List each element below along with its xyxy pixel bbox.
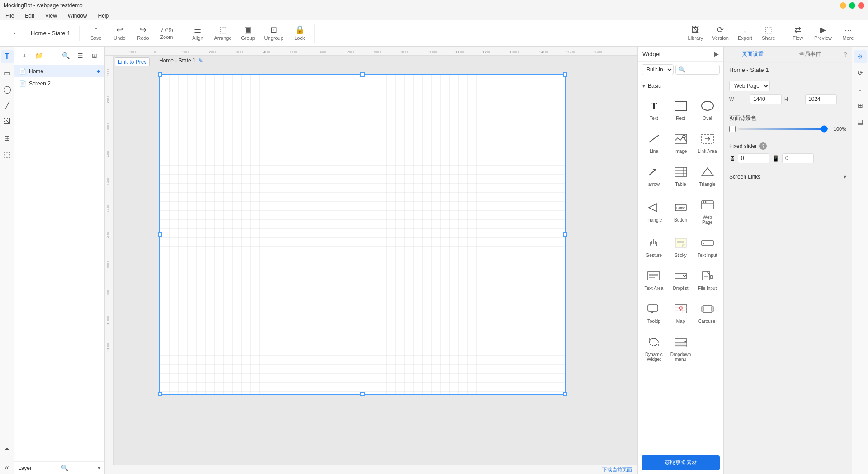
more-button[interactable]: ⋯ More xyxy=(837,24,859,43)
frame-handle-ml[interactable] xyxy=(158,232,162,237)
widget-rect[interactable]: Rect xyxy=(668,94,693,125)
add-page-button[interactable]: + xyxy=(18,49,31,62)
frame-handle-bc[interactable] xyxy=(360,392,365,396)
frame-handle-tl[interactable] xyxy=(158,72,162,77)
height-input[interactable] xyxy=(805,94,837,104)
page-state-edit-icon[interactable]: ✎ xyxy=(198,57,203,64)
preview-button[interactable]: ▶ Preview xyxy=(811,24,835,43)
tool-text[interactable]: T xyxy=(1,50,14,63)
tool-component[interactable]: ⊞ xyxy=(1,132,14,144)
share-button[interactable]: ⬚ Share xyxy=(758,24,779,43)
menu-file[interactable]: File xyxy=(4,12,16,20)
menu-edit[interactable]: Edit xyxy=(23,12,36,20)
widget-image[interactable]: Image xyxy=(668,127,693,158)
page-item-home[interactable]: 📄 Home xyxy=(14,65,104,77)
canvas-frame[interactable] xyxy=(159,74,566,395)
screen-links-section[interactable]: Screen Links ▾ xyxy=(724,170,852,184)
back-button[interactable]: ← xyxy=(9,26,24,41)
flow-button[interactable]: ⇄ Flow xyxy=(787,24,809,43)
widget-triangle2[interactable]: Triangle xyxy=(642,193,666,229)
widget-map[interactable]: Map xyxy=(668,297,693,328)
frame-handle-mr[interactable] xyxy=(563,232,567,237)
widget-table[interactable]: Table xyxy=(668,160,693,191)
widget-oval[interactable]: Oval xyxy=(695,94,720,125)
width-input[interactable] xyxy=(750,94,782,104)
group-button[interactable]: ▣ Group xyxy=(237,24,259,43)
view-toggle-list[interactable]: ☰ xyxy=(74,49,86,62)
arrange-button[interactable]: ⬚ Arrange xyxy=(210,24,235,43)
widget-line[interactable]: Line xyxy=(642,127,666,158)
widget-link-area[interactable]: Link Area xyxy=(695,127,720,158)
widget-triangle[interactable]: Triangle xyxy=(695,160,720,191)
widget-textarea[interactable]: Text Area xyxy=(642,264,666,295)
menu-view[interactable]: View xyxy=(43,12,59,20)
tool-shape[interactable]: ▭ xyxy=(1,66,14,79)
basic-section-header[interactable]: ▼ Basic xyxy=(640,80,722,92)
widget-gesture[interactable]: Gesture xyxy=(642,231,666,262)
fixed-x-input[interactable] xyxy=(738,153,769,163)
tool-trash[interactable]: 🗑 xyxy=(1,445,14,458)
help-icon[interactable]: ? xyxy=(839,47,852,62)
right-icon-export[interactable]: ↓ xyxy=(854,83,867,95)
widget-expand-button[interactable]: ▶ xyxy=(714,50,719,57)
library-button[interactable]: 🖼 Library xyxy=(684,24,707,43)
widget-text-input[interactable]: Text Input xyxy=(695,231,720,262)
widget-search-input[interactable] xyxy=(687,66,717,73)
widget-button[interactable]: Button Button xyxy=(668,193,693,229)
right-icon-settings[interactable]: ⚙ xyxy=(854,50,867,63)
fixed-slider-help[interactable]: ? xyxy=(760,142,767,150)
web-page-type-select[interactable]: Web Page xyxy=(729,81,770,91)
widget-dynamic[interactable]: Dynamic Widget xyxy=(642,330,666,366)
redo-button[interactable]: ↪ Redo xyxy=(132,24,154,43)
align-button[interactable]: ⚌ Align xyxy=(187,24,208,43)
widget-dropdown-menu[interactable]: Dropdown menu xyxy=(668,330,693,366)
tool-image[interactable]: 🖼 xyxy=(1,115,14,128)
view-toggle-grid[interactable]: ⊞ xyxy=(88,49,101,62)
bg-color-slider[interactable] xyxy=(738,128,828,130)
tool-collapse-left[interactable]: « xyxy=(1,461,14,474)
menu-help[interactable]: Help xyxy=(96,12,111,20)
tool-oval[interactable]: ◯ xyxy=(1,83,14,95)
frame-handle-bl[interactable] xyxy=(158,392,162,396)
ungroup-button[interactable]: ⊡ Ungroup xyxy=(261,24,287,43)
tab-global-events[interactable]: 全局事件 xyxy=(782,47,840,62)
right-icon-table[interactable]: ▤ xyxy=(854,115,867,128)
right-icon-grid[interactable]: ⊞ xyxy=(854,99,867,112)
export-button[interactable]: ↓ Export xyxy=(734,24,756,43)
bg-color-checkbox[interactable] xyxy=(729,126,736,132)
download-page-link[interactable]: 下载当前页面 xyxy=(602,466,632,473)
widget-file-input[interactable]: File Input xyxy=(695,264,720,295)
widget-webpage[interactable]: Web Page xyxy=(695,193,720,229)
maximize-button[interactable] xyxy=(849,2,855,9)
save-button[interactable]: ↑ Save xyxy=(85,24,107,43)
widget-sticky[interactable]: Sticky xyxy=(668,231,693,262)
canvas-area[interactable]: -100 0 100 200 300 400 500 600 700 800 9… xyxy=(105,47,637,465)
tool-preview-small[interactable]: ⬚ xyxy=(1,148,14,161)
tool-line[interactable]: ╱ xyxy=(1,99,14,112)
menu-window[interactable]: Window xyxy=(66,12,89,20)
frame-handle-tr[interactable] xyxy=(563,72,567,77)
search-page-button[interactable]: 🔍 xyxy=(59,49,72,62)
minimize-button[interactable] xyxy=(840,2,846,9)
frame-handle-br[interactable] xyxy=(563,392,567,396)
fixed-y-input[interactable] xyxy=(782,153,814,163)
right-icon-refresh[interactable]: ⟳ xyxy=(854,66,867,79)
widget-tooltip[interactable]: Tooltip xyxy=(642,297,666,328)
lock-button[interactable]: 🔒 Lock xyxy=(289,24,311,43)
close-button[interactable] xyxy=(858,2,864,9)
undo-button[interactable]: ↩ Undo xyxy=(108,24,130,43)
frame-handle-tc[interactable] xyxy=(360,72,365,77)
layer-search-button[interactable]: 🔍 xyxy=(61,465,68,471)
widget-type-select[interactable]: Built-in xyxy=(642,64,674,75)
page-item-screen2[interactable]: 📄 Screen 2 xyxy=(14,77,104,90)
breadcrumb-link[interactable]: Link to Prev xyxy=(115,57,150,66)
tab-page-settings[interactable]: 页面设置 xyxy=(724,47,782,62)
widget-arrow[interactable]: arrow xyxy=(642,160,666,191)
widget-carousel[interactable]: Carousel xyxy=(695,297,720,328)
widget-text[interactable]: T Text xyxy=(642,94,666,125)
widget-more-button[interactable]: 获取更多素材 xyxy=(642,455,720,470)
layer-expand-button[interactable]: ▾ xyxy=(98,465,101,471)
widget-droplist[interactable]: Droplist xyxy=(668,264,693,295)
version-button[interactable]: ⟳ Version xyxy=(708,24,732,43)
zoom-button[interactable]: 77% Zoom xyxy=(156,25,177,42)
